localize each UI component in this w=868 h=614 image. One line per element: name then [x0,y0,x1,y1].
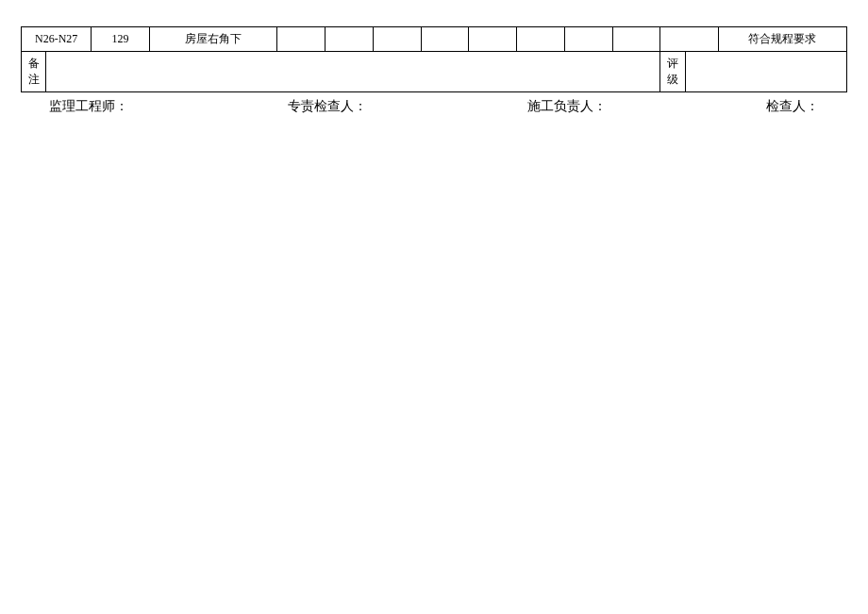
cell-empty [326,27,374,52]
table-row: 备注 评级 [22,52,847,92]
cell-empty [517,27,565,52]
signature-construction-lead: 施工负责人： [527,98,607,115]
cell-remark-label: 备注 [22,52,46,92]
cell-empty [564,27,612,52]
signature-supervisor: 监理工程师： [49,98,128,115]
cell-empty [421,27,469,52]
cell-empty [469,27,517,52]
cell-empty [660,27,718,52]
cell-empty [277,27,326,52]
table-row: N26-N27 129 房屋右角下 符合规程要求 [22,27,847,52]
cell-grade-content [685,52,847,92]
cell-grade-label: 评级 [660,52,685,92]
cell-code: N26-N27 [22,27,92,52]
signatures-row: 监理工程师： 专责检查人： 施工负责人： 检查人： [21,98,847,115]
cell-number: 129 [92,27,149,52]
cell-empty [373,27,421,52]
cell-location: 房屋右角下 [149,27,277,52]
signature-inspector-lead: 专责检查人： [288,98,367,115]
cell-result: 符合规程要求 [718,27,847,52]
signature-inspector: 检查人： [766,98,819,115]
cell-empty [612,27,660,52]
cell-remark-content [46,52,660,92]
inspection-table: N26-N27 129 房屋右角下 符合规程要求 备注 评级 [21,26,847,92]
